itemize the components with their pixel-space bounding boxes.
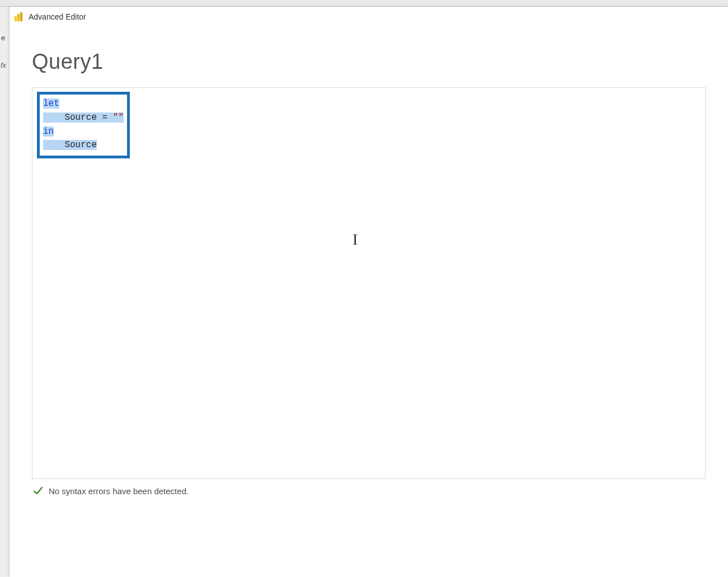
syntax-status: No syntax errors have been detected. xyxy=(32,479,706,496)
checkmark-icon xyxy=(33,486,43,496)
code-line-source-return: Source xyxy=(43,140,97,150)
bg-fragment-1: e xyxy=(1,34,5,42)
dialog-content: Query1 let Source = "" in Source I No sy… xyxy=(10,50,728,496)
code-line-source-assign: Source = xyxy=(43,112,113,123)
advanced-editor-dialog: Advanced Editor Query1 let Source = "" i… xyxy=(10,7,728,577)
code-string-empty: "" xyxy=(113,112,124,123)
code-keyword-let: let xyxy=(43,98,59,109)
selection-highlight-box: let Source = "" in Source xyxy=(37,92,130,158)
code-content[interactable]: let Source = "" in Source xyxy=(43,97,124,152)
syntax-status-text: No syntax errors have been detected. xyxy=(49,486,189,496)
dialog-titlebar: Advanced Editor xyxy=(10,7,728,27)
svg-rect-0 xyxy=(15,16,17,21)
dialog-title: Advanced Editor xyxy=(29,12,86,21)
bg-fragment-2: fx xyxy=(1,61,6,69)
code-keyword-in: in xyxy=(43,126,54,137)
background-left-panel: e fx xyxy=(0,7,10,577)
svg-rect-1 xyxy=(17,14,20,21)
svg-rect-2 xyxy=(20,12,22,21)
code-editor[interactable]: let Source = "" in Source I xyxy=(32,87,706,479)
powerbi-icon xyxy=(14,12,24,22)
background-ribbon xyxy=(0,0,728,7)
query-name-heading: Query1 xyxy=(32,50,706,74)
text-cursor-icon: I xyxy=(353,231,358,248)
